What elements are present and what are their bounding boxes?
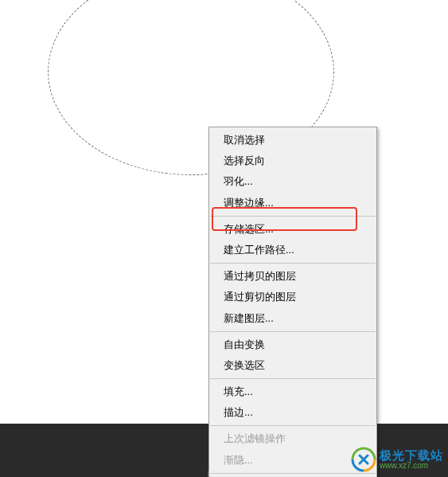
menu-separator (210, 425, 376, 426)
menu-item-select-inverse[interactable]: 选择反向 (209, 151, 376, 171)
menu-separator (210, 331, 376, 332)
menu-item-stroke[interactable]: 描边... (209, 402, 376, 423)
menu-item-save-selection[interactable]: 存储选区... (209, 219, 376, 240)
menu-item-refine-edge[interactable]: 调整边缘... (209, 193, 376, 213)
menu-item-new-layer[interactable]: 新建图层... (209, 308, 376, 329)
watermark: 极光下载站 www.xz7.com (349, 445, 443, 474)
watermark-title: 极光下载站 (380, 449, 443, 461)
menu-item-layer-via-copy[interactable]: 通过拷贝的图层 (209, 266, 376, 287)
menu-item-fill[interactable]: 填充... (209, 381, 376, 402)
menu-item-feather[interactable]: 羽化... (209, 171, 376, 192)
menu-separator (210, 263, 376, 264)
watermark-text: 极光下载站 www.xz7.com (380, 449, 443, 471)
menu-item-free-transform[interactable]: 自由变换 (209, 334, 376, 355)
watermark-logo-icon (349, 445, 378, 474)
menu-item-deselect[interactable]: 取消选择 (209, 130, 376, 151)
menu-separator (210, 378, 376, 379)
menu-item-transform-selection[interactable]: 变换选区 (209, 355, 376, 376)
menu-separator (210, 216, 376, 217)
context-menu: 取消选择 选择反向 羽化... 调整边缘... 存储选区... 建立工作路径..… (208, 127, 377, 477)
menu-item-make-work-path[interactable]: 建立工作路径... (209, 240, 376, 260)
watermark-url: www.xz7.com (380, 461, 443, 471)
menu-item-layer-via-cut[interactable]: 通过剪切的图层 (209, 287, 376, 307)
